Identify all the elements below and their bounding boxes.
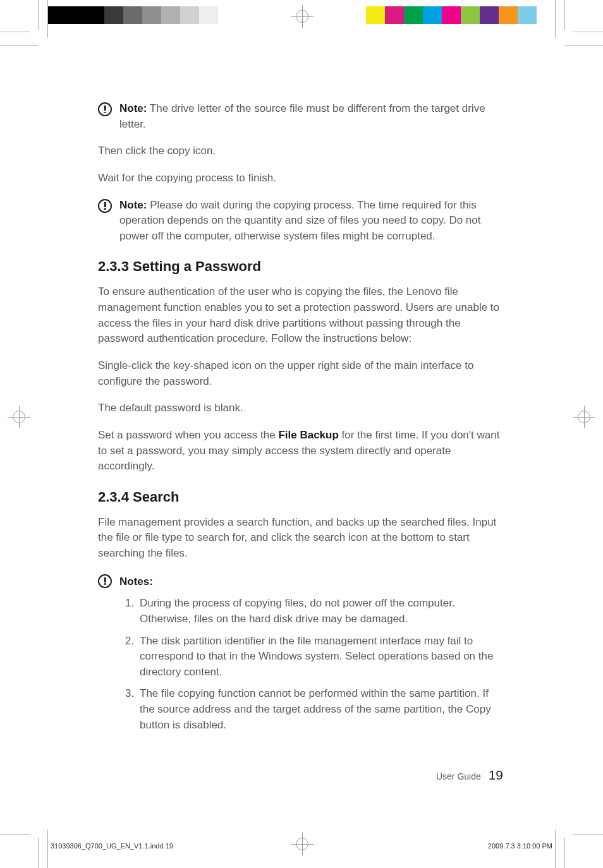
body-paragraph: To ensure authentication of the user who… xyxy=(98,284,506,347)
color-bar xyxy=(461,6,480,24)
list-item: During the process of copying files, do … xyxy=(137,596,506,627)
color-bar xyxy=(161,6,180,24)
notes-list: During the process of copying files, do … xyxy=(137,596,506,733)
text-run: Set a password when you access the xyxy=(98,429,278,441)
slug-timestamp: 2009.7.3 3:10:00 PM xyxy=(488,842,552,850)
bold-text: File Backup xyxy=(278,429,338,441)
note-label: Note: xyxy=(119,102,147,114)
crop-mark xyxy=(0,45,38,46)
color-bar xyxy=(499,6,518,24)
body-paragraph: Then click the copy icon. xyxy=(98,143,506,159)
color-bar xyxy=(518,6,537,24)
caution-icon xyxy=(98,102,112,116)
crop-mark xyxy=(47,830,48,868)
color-bar xyxy=(385,6,404,24)
body-paragraph: Single-click the key-shaped icon on the … xyxy=(98,358,506,389)
section-heading: 2.3.3 Setting a Password xyxy=(98,256,506,277)
body-paragraph: Wait for the copying process to finish. xyxy=(98,171,506,186)
footer-label: User Guide xyxy=(436,771,481,781)
color-bar xyxy=(366,6,385,24)
notes-block: Notes: xyxy=(98,573,506,590)
crop-mark xyxy=(564,838,565,868)
crop-mark xyxy=(555,830,556,868)
body-paragraph: File management provides a search functi… xyxy=(98,515,506,562)
list-item: The disk partition identifier in the fil… xyxy=(137,634,506,680)
page-number: 19 xyxy=(489,768,503,782)
color-bar xyxy=(66,6,85,24)
note-body: The drive letter of the source file must… xyxy=(119,102,485,130)
crop-mark xyxy=(47,0,48,38)
page-footer: User Guide 19 xyxy=(436,768,503,783)
color-bar xyxy=(442,6,461,24)
note-label: Note: xyxy=(119,199,147,211)
color-bar xyxy=(47,6,66,24)
color-bar xyxy=(142,6,161,24)
greyscale-bars xyxy=(47,6,237,24)
crop-mark xyxy=(38,0,39,30)
color-bar xyxy=(480,6,499,24)
caution-icon xyxy=(98,199,112,213)
registration-mark-left xyxy=(8,406,30,428)
body-paragraph: Set a password when you access the File … xyxy=(98,428,506,474)
note-text: Note: Please do wait during the copying … xyxy=(119,198,506,244)
notes-label: Notes: xyxy=(119,573,153,590)
color-bar xyxy=(423,6,442,24)
body-paragraph: The default password is blank. xyxy=(98,401,506,416)
color-bar xyxy=(180,6,199,24)
note-block: Note: Please do wait during the copying … xyxy=(98,198,506,244)
crop-mark xyxy=(565,45,603,46)
caution-icon xyxy=(98,574,112,588)
registration-mark-bottom xyxy=(291,833,314,855)
registration-mark-right xyxy=(573,406,595,428)
slug-filename: 31039306_Q700_UG_EN_V1.1.indd 19 xyxy=(51,842,173,850)
crop-mark xyxy=(0,835,30,835)
crop-mark xyxy=(573,835,603,835)
color-swatch-bars xyxy=(366,6,556,24)
crop-mark xyxy=(573,32,603,32)
color-bar xyxy=(537,6,556,24)
registration-mark-top xyxy=(291,5,314,28)
section-heading: 2.3.4 Search xyxy=(98,487,506,507)
color-bar xyxy=(85,6,104,24)
color-bar xyxy=(123,6,142,24)
crop-mark xyxy=(555,0,556,38)
crop-mark xyxy=(0,32,30,32)
note-body: Please do wait during the copying proces… xyxy=(119,199,480,242)
crop-mark xyxy=(38,838,39,868)
page-content: Note: The drive letter of the source fil… xyxy=(98,101,506,739)
note-block: Note: The drive letter of the source fil… xyxy=(98,101,506,132)
color-bar xyxy=(199,6,218,24)
crop-mark xyxy=(564,0,565,30)
note-text: Note: The drive letter of the source fil… xyxy=(119,101,506,132)
list-item: The file copying function cannot be perf… xyxy=(137,686,506,733)
color-bar xyxy=(218,6,237,24)
color-bar xyxy=(104,6,123,24)
color-bar xyxy=(404,6,423,24)
